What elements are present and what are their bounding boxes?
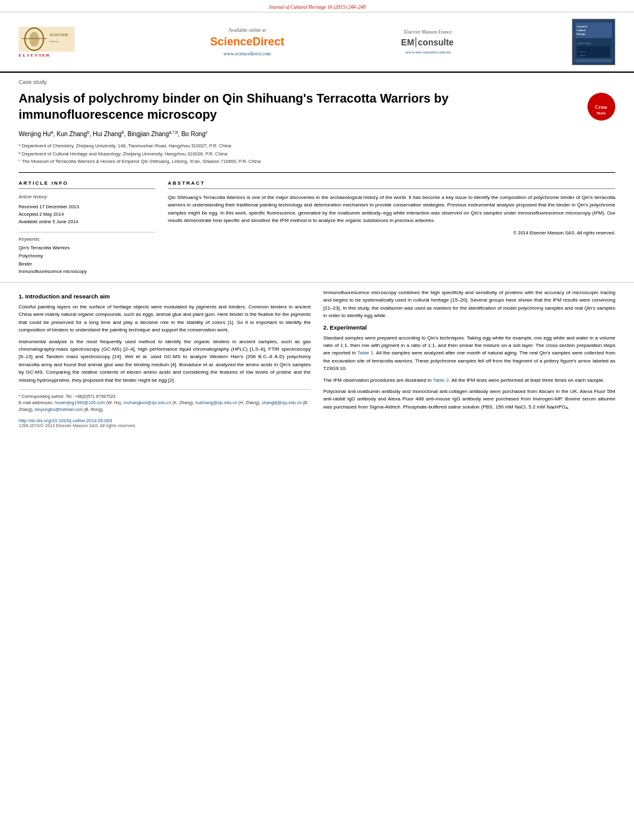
section2-title: 2. Experimental bbox=[323, 324, 615, 331]
email-link-4[interactable]: zhangliji@zju.edu.cn bbox=[262, 400, 301, 405]
header-area: ELSEVIER Science ELSEVIER Available onli… bbox=[0, 12, 634, 73]
body-left-col: 1. Introduction and research aim Colorfu… bbox=[19, 289, 311, 428]
table1-link[interactable]: Table 1 bbox=[357, 350, 374, 356]
body-area: 1. Introduction and research aim Colorfu… bbox=[0, 282, 634, 434]
history-label: Article history: bbox=[19, 194, 155, 200]
elsevier-logo-area: ELSEVIER Science ELSEVIER bbox=[19, 27, 93, 58]
svg-text:Cultural: Cultural bbox=[577, 29, 586, 31]
abstract-text: Qin Shihuang's Terracotta Warriors is on… bbox=[168, 194, 615, 225]
keywords-list: Qin's Terracotta Warriors Polychromy Bin… bbox=[19, 244, 155, 276]
email-link-5[interactable]: binyongbo@hotmail.com bbox=[35, 407, 83, 412]
em-url: www.em-consulte.com/en bbox=[405, 50, 451, 55]
article-info-heading: ARTICLE INFO bbox=[19, 180, 155, 189]
sciencedirect-logo: ScienceDirect bbox=[210, 35, 284, 48]
email-link-3[interactable]: huizhang@zju.edu.cn bbox=[195, 400, 237, 405]
right-column: ABSTRACT Qin Shihuang's Terracotta Warri… bbox=[168, 180, 615, 276]
journal-title: Journal of Cultural Heritage 16 (2015) 2… bbox=[269, 4, 365, 10]
journal-bar: Journal of Cultural Heritage 16 (2015) 2… bbox=[0, 0, 634, 12]
svg-text:Ancient artifacts: Ancient artifacts bbox=[577, 42, 592, 44]
section2-paragraph3: Polyclonal anti-ovalbumin antibody and m… bbox=[323, 388, 615, 411]
body-right-col: Immunofluorescence microscopy combines t… bbox=[323, 289, 615, 428]
svg-text:Journal of: Journal of bbox=[577, 25, 588, 28]
elsevier-label: ELSEVIER bbox=[19, 53, 50, 58]
abstract-copyright: © 2014 Elsevier Masson SAS. All rights r… bbox=[168, 230, 615, 236]
left-column: ARTICLE INFO Article history: Received 1… bbox=[19, 180, 155, 276]
section1-right-paragraph1: Immunofluorescence microscopy combines t… bbox=[323, 289, 615, 320]
table2-link[interactable]: Table 2 bbox=[433, 377, 449, 383]
svg-text:Terracotta: Terracotta bbox=[579, 50, 587, 53]
elsevier-image: ELSEVIER Science bbox=[19, 27, 75, 52]
corresponding-author: * Corresponding author. Tel.: +86(0)571 … bbox=[19, 394, 311, 400]
crossmark-logo: Cross Mark bbox=[587, 93, 615, 121]
elsevier-masson-text: Elsevier Masson France bbox=[404, 29, 452, 35]
sciencedirect-url: www.sciencedirect.com bbox=[223, 51, 270, 57]
abstract-heading: ABSTRACT bbox=[168, 180, 615, 189]
email-link-1[interactable]: huwenjing1990@126.com bbox=[55, 400, 105, 405]
sciencedirect-area: Available online at ScienceDirect www.sc… bbox=[210, 27, 284, 57]
svg-text:Warriors: Warriors bbox=[579, 53, 586, 56]
affiliation-c: ᶜ The Museum of Terracotta Warriors & Ho… bbox=[19, 158, 615, 165]
keywords-label: Keywords: bbox=[19, 236, 155, 242]
section2-paragraph1: Standard samples were prepared according… bbox=[323, 335, 615, 373]
em-consulte-area: Elsevier Masson France EMconsulte www.em… bbox=[401, 29, 455, 55]
page: Journal of Cultural Heritage 16 (2015) 2… bbox=[0, 0, 634, 840]
doi-copyright: 1296-2074/© 2014 Elsevier Masson SAS. Al… bbox=[19, 423, 311, 428]
footnote-area: * Corresponding author. Tel.: +86(0)571 … bbox=[19, 389, 311, 413]
section1-title: 1. Introduction and research aim bbox=[19, 293, 311, 300]
crossmark-area: Cross Mark bbox=[587, 93, 615, 121]
doi-link[interactable]: http://dx.doi.org/10.1016/j.culher.2014.… bbox=[19, 418, 311, 423]
section2-paragraph2: The IFM observation procedures are illus… bbox=[323, 377, 615, 384]
affiliations: ᵃ Department of Chemistry, Zhejiang Univ… bbox=[19, 142, 615, 165]
section1-paragraph1: Colorful painting layers on the surface … bbox=[19, 303, 311, 335]
article-type-label: Case study bbox=[19, 79, 615, 85]
em-consulte-logo: EMconsulte bbox=[401, 37, 455, 47]
main-content: Case study Analysis of polychromy binder… bbox=[0, 73, 634, 282]
email-link-2[interactable]: nvzhangkun@zju.edu.cn bbox=[124, 400, 172, 405]
available-text: Available online at bbox=[229, 27, 266, 33]
svg-text:Science: Science bbox=[50, 40, 60, 43]
article-title: Analysis of polychromy binder on Qin Shi… bbox=[19, 90, 528, 122]
received-date: Received 17 December 2013 Accepted 2 May… bbox=[19, 203, 155, 226]
authors: Wenjing Hua, Kun Zhangb, Hui Zhangb, Bin… bbox=[19, 130, 615, 137]
svg-text:Mark: Mark bbox=[597, 111, 606, 115]
doi-area: http://dx.doi.org/10.1016/j.culher.2014.… bbox=[19, 418, 311, 428]
svg-text:Heritage: Heritage bbox=[577, 32, 586, 35]
article-info-abstract-row: ARTICLE INFO Article history: Received 1… bbox=[19, 172, 615, 276]
body-two-col: 1. Introduction and research aim Colorfu… bbox=[19, 289, 615, 428]
svg-text:ELSEVIER: ELSEVIER bbox=[49, 33, 68, 37]
journal-thumbnail: Journal of Cultural Heritage Ancient art… bbox=[572, 19, 615, 65]
analyzed-word: analyzed bbox=[424, 350, 444, 356]
affiliation-a: ᵃ Department of Chemistry, Zhejiang Univ… bbox=[19, 142, 615, 149]
svg-rect-3 bbox=[22, 38, 47, 39]
affiliation-b: ᵇ Department of Cultural Heritage and Mu… bbox=[19, 150, 615, 157]
section1-paragraph2: Instrumental analysis is the most freque… bbox=[19, 338, 311, 384]
email-addresses: E-mail addresses: huwenjing1990@126.com … bbox=[19, 400, 311, 413]
svg-text:Cross: Cross bbox=[595, 104, 607, 110]
